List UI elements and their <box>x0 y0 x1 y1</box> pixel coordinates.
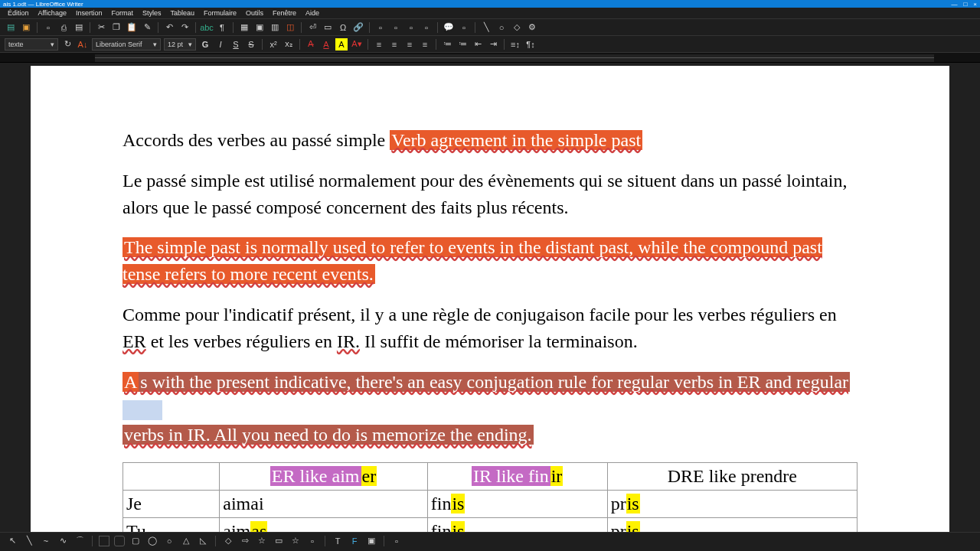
pagebreak-icon[interactable]: ⏎ <box>306 21 318 34</box>
menu-fenetre[interactable]: Fenêtre <box>270 9 299 17</box>
cut-icon[interactable]: ✂ <box>95 21 107 34</box>
number-list-icon[interactable]: ≔ <box>456 38 469 51</box>
table-cell[interactable] <box>123 462 220 490</box>
horizontal-ruler[interactable] <box>0 52 980 63</box>
curve-icon[interactable]: ~ <box>40 535 52 547</box>
paragraph-style-combo[interactable]: texte▾ <box>5 38 58 51</box>
freeform-icon[interactable]: ∿ <box>57 535 69 547</box>
highlight-button[interactable]: A <box>335 38 348 51</box>
table-cell[interactable]: pris <box>607 517 857 532</box>
table-cell[interactable]: ER like aimer <box>220 462 427 490</box>
rtriangle-icon[interactable]: ◺ <box>197 535 209 547</box>
clone-format-icon[interactable]: ✎ <box>141 21 153 34</box>
table-cell[interactable]: finis <box>427 490 607 517</box>
callout-icon[interactable]: ☆ <box>256 535 268 547</box>
square-icon[interactable]: ▢ <box>129 535 142 547</box>
table-cell[interactable]: pris <box>607 490 857 517</box>
table-cell[interactable]: DRE like prendre <box>607 462 857 490</box>
table-cell[interactable]: finis <box>427 517 607 532</box>
arrow-icon[interactable]: ⇨ <box>239 535 251 547</box>
document-canvas[interactable]: Accords des verbes au passé simple Verb … <box>0 63 980 532</box>
print-icon[interactable]: ⎙ <box>57 21 70 34</box>
save-icon[interactable]: ▫ <box>42 21 54 34</box>
italic-button[interactable]: I <box>214 38 227 51</box>
ellipse-icon[interactable]: ◯ <box>146 535 158 547</box>
image-insert-icon[interactable]: ▣ <box>365 535 377 547</box>
star-icon[interactable]: ☆ <box>289 535 302 547</box>
draw-icon[interactable]: ◇ <box>511 21 523 34</box>
font-size-combo[interactable]: 12 pt▾ <box>164 38 196 51</box>
menu-affichage[interactable]: Affichage <box>35 9 70 17</box>
menu-edition[interactable]: Édition <box>5 9 32 17</box>
3d-icon[interactable]: ▫ <box>306 535 318 547</box>
textbox-icon[interactable]: T <box>332 535 344 547</box>
align-justify-icon[interactable]: ≡ <box>419 38 431 51</box>
circle-icon[interactable]: ○ <box>163 535 175 547</box>
table-cell[interactable]: Tu <box>123 517 220 532</box>
menu-formulaire[interactable]: Formulaire <box>201 9 240 17</box>
subscript-button[interactable]: x₂ <box>283 38 295 51</box>
superscript-button[interactable]: x² <box>267 38 279 51</box>
align-center-icon[interactable]: ≡ <box>388 38 400 51</box>
diamond-icon[interactable]: ◇ <box>222 535 234 547</box>
align-right-icon[interactable]: ≡ <box>403 38 416 51</box>
ext-icon[interactable]: ⚙ <box>526 21 538 34</box>
rect-icon[interactable] <box>99 536 109 546</box>
bullet-list-icon[interactable]: ≔ <box>441 38 453 51</box>
table-cell[interactable]: aimai <box>220 490 427 517</box>
hyperlink-icon[interactable]: 🔗 <box>352 21 364 34</box>
menu-outils[interactable]: Outils <box>243 9 266 17</box>
trackchanges-icon[interactable]: ▫ <box>458 21 470 34</box>
table-icon[interactable]: ▦ <box>238 21 250 34</box>
comment-icon[interactable]: 💬 <box>443 21 455 34</box>
field-icon[interactable]: ▭ <box>322 21 334 34</box>
indent-icon[interactable]: ⇥ <box>487 38 499 51</box>
bookmark-icon[interactable]: ▫ <box>405 21 417 34</box>
new-icon[interactable]: ▤ <box>5 21 17 34</box>
footnote-icon[interactable]: ▫ <box>374 21 387 34</box>
spellcheck-icon[interactable]: abc <box>201 21 213 34</box>
triangle-icon[interactable]: △ <box>180 535 192 547</box>
menu-tableau[interactable]: Tableau <box>167 9 198 17</box>
minimize-button[interactable]: — <box>951 1 957 8</box>
menu-format[interactable]: Format <box>108 9 136 17</box>
chart2-icon[interactable]: ◫ <box>284 21 296 34</box>
maximize-button[interactable]: □ <box>963 1 967 8</box>
menu-aide[interactable]: Aide <box>302 9 322 17</box>
menu-insertion[interactable]: Insertion <box>73 9 106 17</box>
table-cell[interactable]: Je <box>123 490 220 517</box>
linespacing-icon[interactable]: ≡↕ <box>509 38 521 51</box>
chart-icon[interactable]: ▥ <box>269 21 281 34</box>
font-color-button[interactable]: A <box>320 38 332 51</box>
menu-styles[interactable]: Styles <box>139 9 165 17</box>
endnote-icon[interactable]: ▫ <box>390 21 402 34</box>
update-style-icon[interactable]: ↻ <box>61 38 74 51</box>
nonprint-icon[interactable]: ¶ <box>216 21 228 34</box>
paraspacing-icon[interactable]: ¶↕ <box>524 38 537 51</box>
toggle-extrude-icon[interactable]: ▫ <box>390 535 403 547</box>
crossref-icon[interactable]: ▫ <box>420 21 433 34</box>
undo-icon[interactable]: ↶ <box>163 21 175 34</box>
table-cell[interactable]: aimas <box>220 517 427 532</box>
pdf-icon[interactable]: ▤ <box>73 21 85 34</box>
clear-format-icon[interactable]: A̶ <box>305 38 317 51</box>
strike-button[interactable]: S <box>245 38 257 51</box>
fontwork-icon[interactable]: F <box>348 535 361 547</box>
line-icon[interactable]: ╲ <box>480 21 492 34</box>
arc-icon[interactable]: ⌒ <box>74 535 86 547</box>
new-style-icon[interactable]: A↓ <box>77 38 89 51</box>
table-cell[interactable]: IR like finir <box>427 462 607 490</box>
close-button[interactable]: × <box>973 1 977 8</box>
flowchart-icon[interactable]: ▭ <box>273 535 285 547</box>
underline-button[interactable]: S <box>230 38 242 51</box>
redo-icon[interactable]: ↷ <box>178 21 191 34</box>
rounded-rect-icon[interactable] <box>114 536 125 546</box>
align-left-icon[interactable]: ≡ <box>373 38 385 51</box>
paste-icon[interactable]: 📋 <box>126 21 138 34</box>
line-draw-icon[interactable]: ╲ <box>23 535 35 547</box>
open-icon[interactable]: ▣ <box>20 21 32 34</box>
outdent-icon[interactable]: ⇤ <box>472 38 484 51</box>
bold-button[interactable]: G <box>199 38 211 51</box>
pointer-icon[interactable]: ↖ <box>6 535 18 547</box>
shapes-icon[interactable]: ○ <box>495 21 508 34</box>
